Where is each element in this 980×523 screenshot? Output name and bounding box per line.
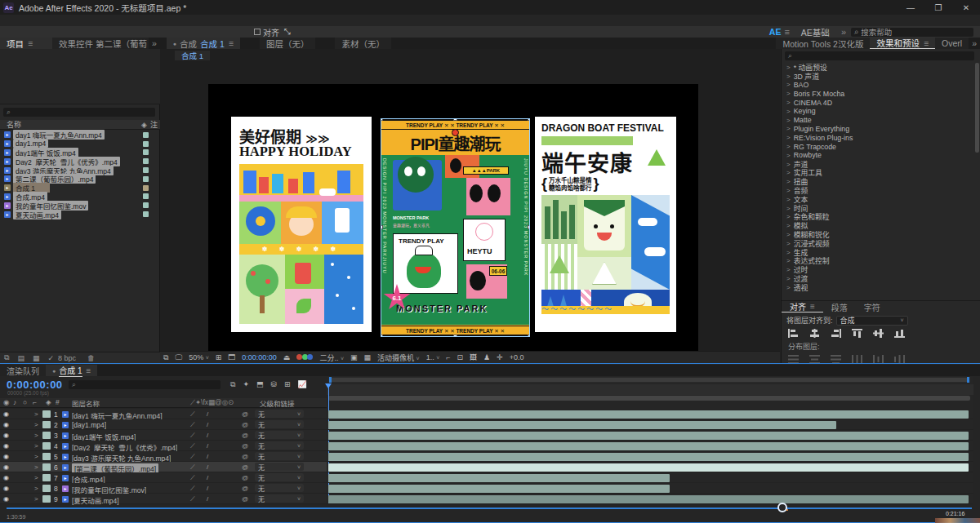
panel-menu-icon[interactable]: ≡	[924, 38, 929, 48]
eye-toggle[interactable]: ◉	[3, 485, 9, 492]
magnification-dropdown[interactable]: 50% ˅	[189, 353, 209, 361]
layer-color-chip[interactable]	[42, 495, 51, 503]
reset-exposure-icon[interactable]: ✛	[497, 353, 503, 361]
layer-color-chip[interactable]	[42, 474, 51, 481]
eye-toggle[interactable]: ◉	[3, 463, 9, 471]
view-layout-dropdown[interactable]: 1.. ˅	[426, 353, 440, 361]
timeline-layer-row[interactable]: ◉ > 9 ▸ [夏天动画.mp4] ⟋ / @ 无 ˅	[0, 494, 327, 504]
timeline-search-input[interactable]: ⌕	[69, 380, 220, 389]
show-snapshot-icon[interactable]: 🖵	[175, 353, 182, 362]
selection-handle[interactable]	[528, 119, 529, 121]
tab-composition[interactable]: ● 合成 合成 1 ≡	[167, 38, 240, 49]
quality-switch[interactable]: ⟋	[190, 495, 195, 503]
timeline-h-scrollbar[interactable]	[7, 507, 972, 509]
quality-switch[interactable]: ⟋	[190, 442, 195, 450]
effects-switch[interactable]: /	[207, 432, 208, 439]
effects-category-row[interactable]: > 3D 声道	[782, 72, 976, 81]
help-search-input[interactable]: ⌕ 搜索帮助	[851, 28, 973, 37]
more-workspaces-icon[interactable]: »	[841, 27, 846, 37]
expander-icon[interactable]: >	[786, 90, 791, 97]
expander-icon[interactable]: >	[786, 205, 791, 212]
tab-footage[interactable]: 素材（无）	[335, 38, 391, 49]
effects-category-row[interactable]: > 透视	[782, 283, 976, 292]
effects-switch[interactable]: /	[207, 463, 208, 471]
expander-icon[interactable]: >	[786, 161, 791, 168]
expander-icon[interactable]: >	[786, 108, 791, 115]
draft-3d-icon[interactable]: ✦	[243, 380, 249, 389]
layer-expander-icon[interactable]: >	[34, 474, 38, 481]
expander-icon[interactable]: >	[786, 266, 791, 273]
expander-icon[interactable]: >	[786, 152, 791, 159]
project-item-row[interactable]: ▸ 夏天动画.mp4	[0, 210, 160, 219]
viewer-comp-tab[interactable]: 合成 1	[175, 51, 210, 60]
layer-duration-bar[interactable]	[328, 410, 969, 419]
layer-duration-bar[interactable]	[328, 485, 670, 493]
layer-expander-icon[interactable]: >	[34, 453, 38, 460]
quality-switch[interactable]: ⟋	[190, 453, 195, 461]
layer-color-chip[interactable]	[42, 442, 51, 450]
align-top-button[interactable]	[852, 329, 862, 338]
project-item-row[interactable]: ▸ day1端午 饭饭.mp4	[0, 148, 160, 157]
color-label-box[interactable]	[143, 176, 149, 182]
parent-dropdown[interactable]: 无 ˅	[255, 452, 304, 460]
tag-column-icon[interactable]: ◈	[141, 121, 147, 129]
layer-expander-icon[interactable]: >	[34, 495, 38, 503]
resolution-dropdown[interactable]: 二分.. ˅	[319, 352, 344, 363]
tab-render-queue[interactable]: 渲染队列	[0, 365, 46, 376]
layer-expander-icon[interactable]: >	[34, 463, 38, 471]
selection-handle[interactable]	[381, 335, 383, 336]
minimize-button[interactable]: —	[897, 0, 924, 15]
align-v-center-button[interactable]	[873, 329, 884, 338]
grid-guides-icon[interactable]: ⊞	[216, 353, 222, 361]
parent-pickwhip-icon[interactable]: @	[242, 485, 248, 492]
hide-shy-layers-icon[interactable]: ⬒	[256, 380, 264, 389]
effects-switch[interactable]: /	[207, 495, 208, 503]
timeline-layer-row[interactable]: ◉ > 1 ▸ [day1 嗨玩一夏九鱼Ann.mp4] ⟋ / @ 无 ˅	[0, 409, 327, 419]
align-h-center-button[interactable]	[809, 329, 820, 338]
parent-dropdown[interactable]: 无 ˅	[255, 484, 304, 492]
tab-align[interactable]: 对齐 ≡	[782, 301, 823, 312]
parent-pickwhip-icon[interactable]: @	[242, 410, 248, 418]
color-label-box[interactable]	[143, 193, 149, 199]
expander-icon[interactable]: >	[786, 143, 791, 150]
eye-toggle[interactable]: ◉	[3, 410, 9, 418]
project-item-row[interactable]: ▸ Day2_摩天轮_雪儿《优秀》.mp4	[0, 157, 160, 166]
tab-motion-tools[interactable]: Motion Tools 2汉化版	[776, 38, 870, 49]
snapshot-icon[interactable]: ⧉	[163, 353, 168, 362]
effects-switch[interactable]: /	[207, 410, 208, 418]
time-ruler[interactable]	[327, 384, 973, 395]
new-composition-icon[interactable]: ▦	[33, 354, 40, 362]
effects-category-row[interactable]: > 表达式控制	[782, 257, 976, 266]
expander-icon[interactable]: >	[786, 213, 791, 220]
layer-duration-bar[interactable]	[328, 453, 969, 461]
region-of-interest-icon[interactable]: ▣	[350, 353, 358, 361]
panel-menu-icon[interactable]: ≡	[810, 302, 815, 311]
timeline-layer-row[interactable]: ◉ > 4 ▸ [Day2_摩天轮_雪儿《优秀》.mp4] ⟋ / @ 无 ˅	[0, 441, 327, 451]
project-item-row[interactable]: ▸ day1.mp4	[0, 140, 160, 148]
layer-name[interactable]: [夏天动画.mp4]	[72, 495, 119, 505]
more-tabs-icon[interactable]: »	[149, 38, 160, 49]
color-label-box[interactable]	[143, 202, 149, 208]
parent-dropdown[interactable]: 无 ˅	[255, 463, 304, 471]
eye-toggle[interactable]: ◉	[3, 495, 9, 503]
eye-toggle[interactable]: ◉	[3, 421, 9, 428]
layer-duration-bar[interactable]	[328, 463, 969, 472]
note-column-header[interactable]: 注	[150, 119, 158, 130]
color-label-box[interactable]	[143, 158, 149, 164]
effects-category-row[interactable]: > CINEMA 4D	[782, 98, 976, 107]
selection-handle[interactable]	[381, 119, 383, 121]
workspace-tab-ae-basic[interactable]: AE基础	[790, 26, 841, 38]
work-area-bar[interactable]	[328, 396, 970, 401]
eye-toggle[interactable]: ◉	[3, 474, 9, 481]
selection-handle[interactable]	[381, 225, 383, 229]
tab-effects-presets[interactable]: 效果和预设 ≡	[870, 38, 935, 49]
layer-color-chip[interactable]	[42, 432, 51, 439]
maximize-button[interactable]: ❐	[924, 0, 952, 15]
expander-icon[interactable]: >	[786, 99, 791, 106]
effects-switch[interactable]: /	[207, 421, 208, 428]
effects-category-row[interactable]: > 杂色和颗粒	[782, 213, 976, 222]
poster-pipi-selected-layer[interactable]: TRENDY PLAY ✕ ✕ TRENDY PLAY ✕ ✕ PIPI童趣潮玩…	[381, 119, 529, 336]
effects-category-row[interactable]: > Plugin Everything	[782, 125, 976, 134]
expand-icon[interactable]: ⤡	[279, 27, 295, 37]
selection-handle[interactable]	[453, 335, 457, 336]
